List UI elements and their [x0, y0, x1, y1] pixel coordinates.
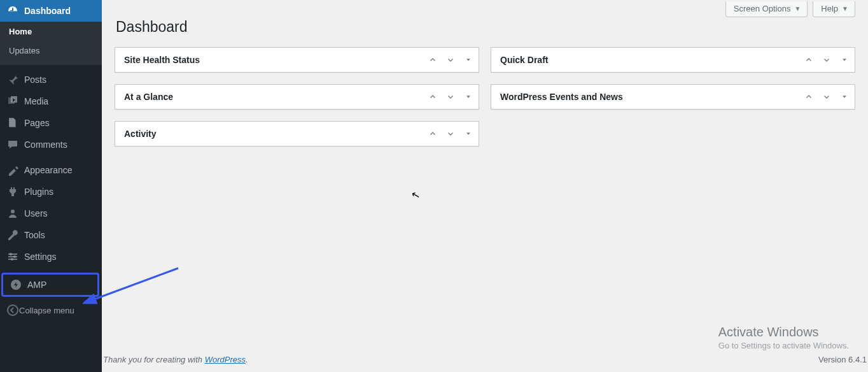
help-button[interactable]: Help ▼ — [813, 1, 855, 17]
toggle-panel-button[interactable] — [463, 92, 473, 102]
media-icon — [6, 95, 19, 108]
amp-icon — [10, 278, 22, 291]
settings-icon — [6, 250, 19, 263]
footer-version: Version 6.4.1 — [818, 355, 867, 364]
sidebar-item-label: Users — [24, 208, 48, 218]
collapse-menu-label: Collapse menu — [19, 306, 74, 315]
users-icon — [6, 207, 19, 220]
sidebar-item-label: Posts — [24, 75, 46, 85]
postbox-title: WordPress Events and News — [500, 92, 804, 102]
collapse-menu-button[interactable]: Collapse menu — [0, 299, 102, 321]
triangle-down-icon: ▼ — [794, 5, 801, 12]
toggle-panel-button[interactable] — [839, 55, 850, 65]
move-up-button[interactable] — [804, 92, 814, 102]
sidebar-subitem-label: Home — [9, 27, 32, 36]
admin-sidebar: Dashboard Home Updates Posts Media Pages… — [0, 0, 102, 372]
screen-meta-toolbar: Screen Options ▼ Help ▼ — [115, 0, 855, 17]
postbox-activity: Activity — [115, 121, 479, 147]
move-down-button[interactable] — [445, 129, 456, 139]
plugins-icon — [6, 185, 19, 198]
toggle-panel-button[interactable] — [463, 129, 473, 139]
screen-options-label: Screen Options — [734, 4, 791, 13]
sidebar-item-label: Plugins — [24, 187, 53, 197]
sidebar-item-label: Comments — [24, 140, 67, 150]
svg-point-0 — [11, 210, 15, 213]
page-title: Dashboard — [116, 18, 855, 36]
sidebar-item-users[interactable]: Users — [0, 203, 102, 224]
wordpress-link[interactable]: WordPress — [205, 355, 246, 364]
tools-icon — [6, 229, 19, 241]
toggle-panel-button[interactable] — [463, 55, 473, 65]
sidebar-item-posts[interactable]: Posts — [0, 69, 102, 90]
watermark-subtitle: Go to Settings to activate Windows. — [718, 341, 849, 350]
move-up-button[interactable] — [804, 55, 814, 65]
svg-point-8 — [8, 305, 18, 315]
comments-icon — [6, 138, 19, 151]
sidebar-item-dashboard[interactable]: Dashboard — [0, 0, 102, 22]
appearance-icon — [6, 164, 19, 176]
sidebar-item-comments[interactable]: Comments — [0, 134, 102, 155]
move-down-button[interactable] — [822, 92, 832, 102]
footer-suffix: . — [246, 355, 248, 364]
watermark-title: Activate Windows — [718, 325, 849, 340]
sidebar-item-label: Pages — [24, 118, 50, 128]
footer-prefix: Thank you for creating with — [103, 355, 205, 364]
postbox-events-news: WordPress Events and News — [491, 84, 855, 110]
sidebar-item-settings[interactable]: Settings — [0, 246, 102, 268]
sidebar-item-media[interactable]: Media — [0, 90, 102, 112]
postbox-site-health: Site Health Status — [115, 47, 479, 73]
svg-point-4 — [10, 253, 12, 255]
postbox-at-a-glance: At a Glance — [115, 84, 479, 110]
windows-watermark: Activate Windows Go to Settings to activ… — [718, 325, 849, 350]
sidebar-item-label: AMP — [27, 280, 46, 290]
dashboard-column-right: Quick Draft — [491, 47, 855, 147]
footer-credit: Thank you for creating with WordPress. — [103, 355, 248, 364]
move-up-button[interactable] — [428, 92, 438, 102]
sidebar-submenu-dashboard: Home Updates — [0, 22, 102, 65]
dashboard-icon — [6, 4, 19, 17]
sidebar-item-amp[interactable]: AMP — [3, 275, 97, 295]
help-label: Help — [821, 4, 838, 13]
toggle-panel-button[interactable] — [839, 92, 850, 102]
pin-icon — [6, 73, 19, 86]
sidebar-item-label: Settings — [24, 252, 57, 262]
move-up-button[interactable] — [428, 129, 438, 139]
content-area: Screen Options ▼ Help ▼ Dashboard Site H… — [102, 0, 868, 372]
postbox-title: At a Glance — [124, 92, 428, 102]
move-up-button[interactable] — [428, 55, 438, 65]
sidebar-item-pages[interactable]: Pages — [0, 112, 102, 134]
move-down-button[interactable] — [445, 55, 456, 65]
collapse-icon — [6, 304, 19, 317]
sidebar-subitem-label: Updates — [9, 46, 39, 55]
sidebar-item-plugins[interactable]: Plugins — [0, 181, 102, 203]
sidebar-item-tools[interactable]: Tools — [0, 224, 102, 246]
annotation-highlight-amp: AMP — [1, 273, 99, 297]
sidebar-subitem-updates[interactable]: Updates — [0, 41, 102, 60]
svg-point-6 — [11, 258, 13, 261]
pages-icon — [6, 117, 19, 129]
move-down-button[interactable] — [822, 55, 832, 65]
postbox-title: Site Health Status — [124, 55, 428, 65]
dashboard-column-left: Site Health Status — [115, 47, 479, 147]
postbox-quick-draft: Quick Draft — [491, 47, 855, 73]
sidebar-item-appearance[interactable]: Appearance — [0, 159, 102, 181]
sidebar-item-label: Tools — [24, 230, 45, 240]
sidebar-item-label: Appearance — [24, 165, 73, 175]
svg-point-5 — [13, 255, 16, 258]
sidebar-item-label: Dashboard — [24, 6, 71, 16]
postbox-title: Activity — [124, 129, 428, 139]
postbox-title: Quick Draft — [500, 55, 804, 65]
sidebar-item-label: Media — [24, 96, 48, 106]
triangle-down-icon: ▼ — [842, 5, 848, 12]
sidebar-subitem-home[interactable]: Home — [0, 22, 102, 41]
screen-options-button[interactable]: Screen Options ▼ — [725, 1, 808, 17]
move-down-button[interactable] — [445, 92, 456, 102]
